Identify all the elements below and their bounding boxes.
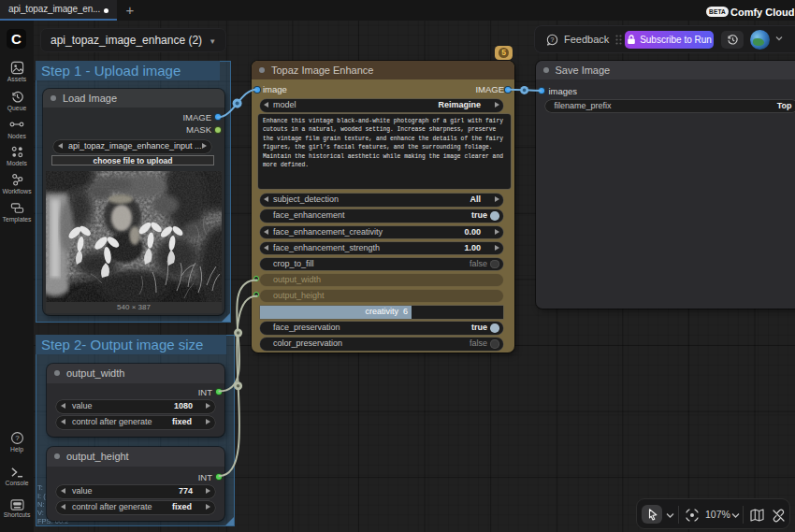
svg-text:?: ? <box>551 36 555 43</box>
svg-text:?: ? <box>15 434 20 442</box>
